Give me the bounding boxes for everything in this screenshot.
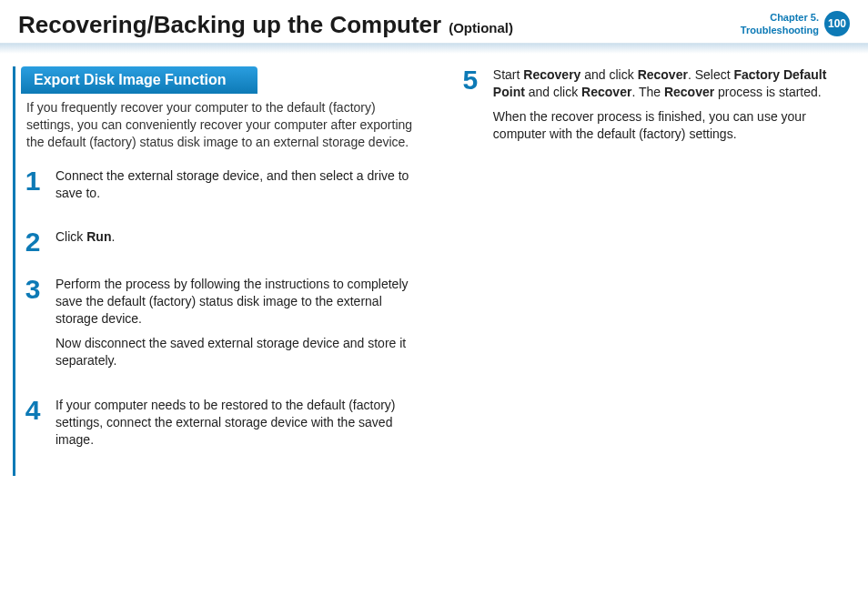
step-text: Connect the external storage device, and… <box>56 168 409 200</box>
step-number: 5 <box>459 66 482 150</box>
step-text: When the recover process is finished, yo… <box>493 109 806 141</box>
step-body: If your computer needs to be restored to… <box>56 397 415 456</box>
step-number: 2 <box>21 228 45 256</box>
chapter-line2: Troubleshooting <box>741 24 819 36</box>
page-number-badge: 100 <box>824 11 850 36</box>
step-body: Perform the process by following the ins… <box>56 276 415 376</box>
left-column: Export Disk Image Function If you freque… <box>13 66 440 476</box>
step-text: Now disconnect the saved external storag… <box>56 336 406 368</box>
step-text: process is started. <box>714 85 822 99</box>
section-intro: If you frequently recover your computer … <box>21 99 422 151</box>
step-text: and click <box>525 85 581 99</box>
step-text: . <box>111 229 115 244</box>
chapter-line1: Chapter 5. <box>741 11 819 24</box>
section-heading: Export Disk Image Function <box>21 66 257 94</box>
title-block: Recovering/Backing up the Computer (Opti… <box>18 11 513 39</box>
step-number: 3 <box>21 276 45 376</box>
page-title: Recovering/Backing up the Computer <box>18 11 441 39</box>
page-header: Recovering/Backing up the Computer (Opti… <box>0 0 868 39</box>
step-2: 2 Click Run. <box>21 228 422 256</box>
content-area: Export Disk Image Function If you freque… <box>0 54 868 476</box>
header-divider <box>0 43 868 54</box>
page-title-suffix: (Optional) <box>449 20 513 35</box>
step-3: 3 Perform the process by following the i… <box>21 276 422 376</box>
step-body: Click Run. <box>56 228 415 256</box>
chapter-label: Chapter 5. Troubleshooting <box>741 11 819 37</box>
step-number: 1 <box>21 167 45 209</box>
step-bold: Recover <box>581 85 631 99</box>
step-text: and click <box>580 67 637 82</box>
step-5: 5 Start Recovery and click Recover. Sele… <box>459 66 850 150</box>
step-text: Click <box>56 229 86 244</box>
step-bold: Run <box>86 229 111 244</box>
step-bold: Recover <box>664 85 714 99</box>
step-text: . Select <box>688 67 734 82</box>
step-text: Perform the process by following the ins… <box>56 277 409 326</box>
step-text: . The <box>631 85 664 99</box>
step-4: 4 If your computer needs to be restored … <box>21 397 422 456</box>
step-number: 4 <box>21 397 45 456</box>
step-body: Connect the external storage device, and… <box>56 167 415 209</box>
step-1: 1 Connect the external storage device, a… <box>21 167 422 209</box>
step-bold: Recover <box>638 67 688 82</box>
step-body: Start Recovery and click Recover. Select… <box>493 66 843 150</box>
step-bold: Recovery <box>523 67 580 82</box>
right-column: 5 Start Recovery and click Recover. Sele… <box>440 66 868 476</box>
chapter-block: Chapter 5. Troubleshooting 100 <box>741 11 850 37</box>
step-text: Start <box>493 67 523 82</box>
step-text: If your computer needs to be restored to… <box>56 398 396 447</box>
